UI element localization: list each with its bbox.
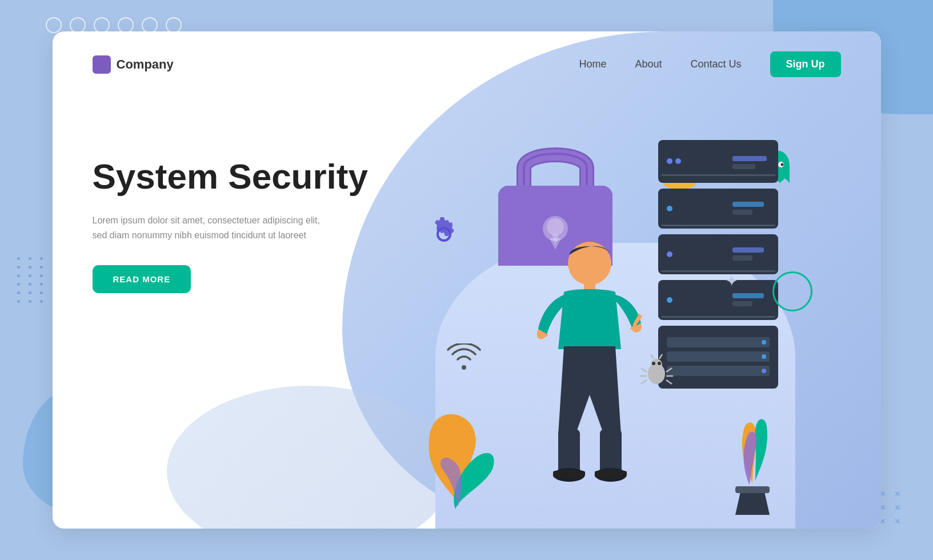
svg-rect-21 (661, 225, 775, 226)
svg-point-38 (762, 369, 766, 373)
svg-rect-33 (667, 337, 770, 347)
svg-point-12 (667, 158, 672, 164)
svg-rect-30 (732, 301, 752, 306)
bg-circle (46, 17, 62, 33)
svg-rect-29 (732, 293, 764, 298)
server-stack (658, 140, 772, 439)
svg-point-10 (547, 218, 564, 235)
svg-rect-17 (658, 189, 778, 229)
person-figure (532, 235, 647, 511)
bg-circle (118, 17, 134, 33)
svg-rect-15 (732, 164, 755, 169)
svg-point-28 (667, 297, 672, 303)
svg-point-23 (667, 251, 672, 257)
nav-home[interactable]: Home (579, 58, 606, 70)
bg-circle (142, 17, 158, 33)
svg-point-18 (667, 206, 672, 211)
content-area: System Security Lorem ipsum dolor sit am… (53, 89, 881, 529)
svg-line-50 (659, 354, 662, 359)
svg-rect-51 (735, 486, 770, 493)
svg-point-52 (568, 242, 611, 285)
svg-point-41 (652, 362, 655, 365)
navbar: Company Home About Contact Us Sign Up (53, 31, 881, 89)
circle-decoration (772, 271, 812, 311)
sparkle-decoration: ✦ (725, 271, 738, 290)
nav-links: Home About Contact Us Sign Up (579, 51, 840, 77)
svg-rect-25 (732, 255, 752, 261)
svg-rect-27 (658, 280, 778, 320)
svg-line-46 (666, 368, 672, 372)
svg-point-13 (675, 158, 681, 164)
bg-circle (94, 17, 110, 33)
svg-rect-24 (732, 247, 764, 253)
bg-circle (70, 17, 86, 33)
svg-rect-22 (658, 234, 778, 274)
svg-rect-26 (661, 270, 775, 272)
hero-title: System Security (93, 157, 378, 196)
bg-circles (46, 17, 182, 33)
svg-rect-19 (732, 202, 764, 207)
svg-line-49 (651, 354, 654, 359)
plant-right-icon (715, 401, 790, 517)
svg-rect-31 (661, 316, 775, 318)
logo: Company (93, 55, 174, 74)
svg-point-36 (762, 340, 766, 345)
svg-rect-34 (667, 351, 770, 362)
svg-point-6 (780, 163, 783, 166)
right-illustration: ✦ (378, 111, 841, 529)
nav-contact[interactable]: Contact Us (690, 58, 741, 70)
read-more-button[interactable]: READ MORE (93, 265, 191, 293)
bg-dots-left (17, 257, 46, 303)
svg-rect-14 (732, 156, 767, 161)
svg-rect-35 (667, 366, 770, 376)
svg-point-37 (762, 354, 766, 359)
logo-text: Company (117, 57, 174, 72)
bg-circle (166, 17, 182, 33)
svg-point-42 (658, 362, 661, 365)
svg-line-48 (666, 380, 672, 384)
svg-rect-20 (732, 210, 752, 215)
hero-description: Lorem ipsum dolor sit amet, consectetuer… (93, 213, 321, 242)
signup-button[interactable]: Sign Up (770, 51, 841, 77)
plant-left-icon (413, 401, 504, 517)
left-content: System Security Lorem ipsum dolor sit am… (93, 111, 378, 293)
wifi-icon (447, 343, 481, 374)
nav-about[interactable]: About (635, 58, 662, 70)
gear-icon (424, 214, 464, 257)
svg-rect-16 (661, 174, 775, 176)
main-card: Company Home About Contact Us Sign Up Sy… (53, 31, 881, 529)
logo-icon (93, 55, 111, 74)
